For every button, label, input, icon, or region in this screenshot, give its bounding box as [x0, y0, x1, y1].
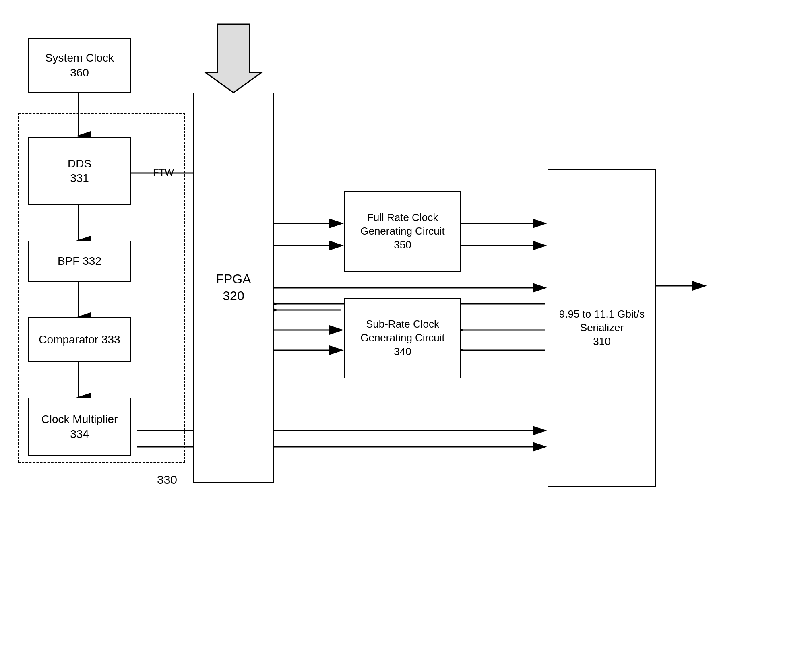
- dds-label-line2: 331: [70, 171, 89, 186]
- clock-multiplier-block: Clock Multiplier 334: [28, 398, 131, 456]
- dds-block: DDS 331: [28, 137, 131, 205]
- dds-label-line1: DDS: [68, 157, 91, 171]
- full-rate-label-line3: 350: [394, 238, 411, 252]
- sub-rate-label-line1: Sub-Rate Clock: [366, 318, 439, 331]
- sub-rate-label-line2: Generating Circuit: [360, 331, 445, 345]
- fpga-block: FPGA 320: [193, 93, 274, 483]
- serializer-label-line2: Serializer: [580, 321, 624, 335]
- serializer-block: 9.95 to 11.1 Gbit/s Serializer 310: [548, 169, 656, 487]
- full-rate-block: Full Rate Clock Generating Circuit 350: [344, 191, 461, 272]
- system-clock-block: System Clock 360: [28, 38, 131, 93]
- clock-multiplier-label-line2: 334: [70, 427, 89, 442]
- comparator-label: Comparator 333: [39, 332, 120, 347]
- system-clock-label-line1: System Clock: [45, 51, 114, 65]
- diagram: System Clock 360 DDS 331 BPF 332 Compara…: [0, 0, 812, 646]
- sub-rate-block: Sub-Rate Clock Generating Circuit 340: [344, 298, 461, 378]
- ftw-label: FTW: [153, 167, 174, 178]
- serializer-label-line3: 310: [593, 335, 610, 349]
- fpga-label-line2: 320: [223, 288, 244, 305]
- fpga-label-line1: FPGA: [216, 271, 251, 288]
- full-rate-label-line2: Generating Circuit: [360, 225, 445, 238]
- comparator-block: Comparator 333: [28, 317, 131, 362]
- bpf-label: BPF 332: [58, 254, 101, 268]
- sub-rate-label-line3: 340: [394, 345, 411, 359]
- serializer-label-line1: 9.95 to 11.1 Gbit/s: [559, 308, 645, 321]
- label-330: 330: [157, 473, 177, 487]
- system-clock-label-line2: 360: [70, 66, 89, 80]
- svg-marker-7: [205, 24, 262, 93]
- full-rate-label-line1: Full Rate Clock: [367, 211, 438, 225]
- bpf-block: BPF 332: [28, 241, 131, 282]
- clock-multiplier-label-line1: Clock Multiplier: [41, 412, 118, 427]
